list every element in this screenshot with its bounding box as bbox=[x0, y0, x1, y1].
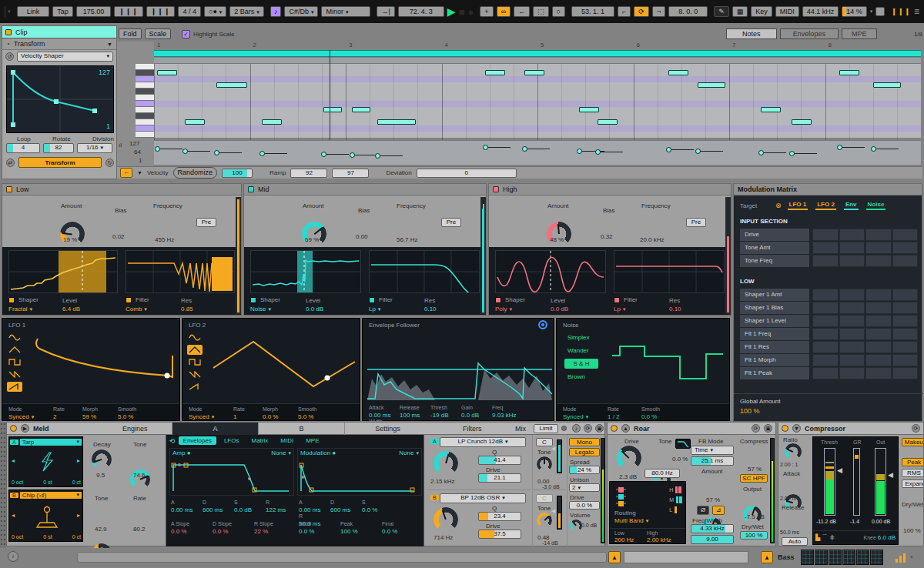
osc-b-semi[interactable]: 0 st bbox=[43, 534, 52, 540]
nudge-up-button[interactable]: ❙❙❙ bbox=[146, 6, 176, 18]
fb-width-field[interactable]: 9.00 bbox=[691, 535, 734, 544]
global-amount-value[interactable]: 100 % bbox=[740, 407, 760, 415]
param-value[interactable]: 122 ms bbox=[266, 506, 297, 513]
piano-key[interactable] bbox=[136, 101, 154, 107]
matrix-cell[interactable] bbox=[812, 229, 838, 241]
thresh-handle-icon[interactable]: ◀ bbox=[837, 466, 842, 474]
shaper-display[interactable] bbox=[8, 250, 118, 293]
matrix-cell[interactable] bbox=[839, 302, 865, 314]
saw-icon[interactable] bbox=[187, 382, 203, 392]
param-value[interactable]: 600 ms bbox=[330, 506, 362, 513]
piano-key[interactable] bbox=[136, 107, 154, 113]
matrix-cell[interactable] bbox=[839, 354, 865, 366]
res-value[interactable]: 0.85 bbox=[181, 306, 193, 312]
morph-value[interactable]: 59 % bbox=[82, 413, 96, 420]
device-chain-thumbnails[interactable] bbox=[801, 550, 883, 565]
amp-route-menu[interactable]: None bbox=[271, 449, 291, 456]
triangle-icon[interactable] bbox=[187, 345, 203, 355]
thresh-meter[interactable] bbox=[824, 448, 835, 516]
record-button[interactable]: ● bbox=[467, 7, 474, 17]
midi-note[interactable] bbox=[485, 70, 505, 75]
dry-wet-field[interactable]: 100 % bbox=[740, 531, 768, 540]
loop-brace[interactable] bbox=[154, 50, 921, 57]
rate-value[interactable]: 2 bbox=[53, 413, 56, 420]
osc-b-engine-menu[interactable]: Chip (♭♯) bbox=[20, 492, 82, 499]
nav-mpe[interactable]: MPE bbox=[301, 436, 323, 445]
ramp-down-icon[interactable] bbox=[187, 369, 203, 379]
scale-mode-toggle[interactable]: ♪ bbox=[270, 6, 282, 18]
osc-a-engine-menu[interactable]: Tarp bbox=[20, 439, 82, 446]
mapping-target-icon[interactable] bbox=[538, 320, 547, 329]
matrix-cell[interactable] bbox=[839, 229, 865, 241]
matrix-cell[interactable] bbox=[865, 354, 891, 366]
collapsed-view-icon[interactable]: ▙ bbox=[815, 534, 820, 541]
filter-a-drive-field[interactable]: 21.1 bbox=[478, 473, 521, 483]
quantize-menu[interactable]: 2 Bars bbox=[229, 6, 264, 18]
arrangement-position-field[interactable]: 72. 4. 3 bbox=[398, 6, 444, 18]
rms-button[interactable]: RMS bbox=[902, 469, 924, 477]
matrix-cell[interactable] bbox=[865, 367, 891, 379]
matrix-cell[interactable] bbox=[812, 315, 838, 327]
piano-key[interactable] bbox=[136, 64, 154, 70]
auto-release-button[interactable]: Auto bbox=[782, 537, 808, 546]
xover-low-value[interactable]: 200 Hz bbox=[614, 536, 634, 543]
peak-button[interactable]: Peak bbox=[902, 458, 924, 466]
clear-target-icon[interactable]: ⊗ bbox=[775, 202, 782, 209]
clip-header[interactable]: Clip bbox=[2, 26, 116, 38]
legato-button[interactable]: Legato bbox=[569, 448, 600, 456]
mix-a-tone-knob[interactable] bbox=[537, 456, 552, 472]
deviation-field[interactable]: 0 bbox=[417, 169, 517, 178]
matrix-cell[interactable] bbox=[865, 315, 891, 327]
next-engine-arrow[interactable]: ▸ bbox=[77, 457, 80, 464]
param-value[interactable]: 0.00 ms bbox=[299, 506, 330, 513]
tone-filter-type-button[interactable] bbox=[675, 439, 691, 449]
slider-handle-icon[interactable]: ◀ bbox=[551, 446, 555, 452]
velocity-shaper-display[interactable]: 127 1 bbox=[6, 65, 114, 133]
fb-freq-field[interactable]: 4.33 kHz bbox=[691, 524, 734, 533]
band-activator[interactable] bbox=[6, 186, 12, 192]
filter-type-menu[interactable]: Comb bbox=[126, 306, 147, 312]
mono-button[interactable]: Mono bbox=[569, 438, 600, 446]
filter-b-badge[interactable]: B bbox=[430, 495, 439, 500]
matrix-cell[interactable] bbox=[892, 255, 918, 267]
matrix-cell[interactable] bbox=[839, 255, 865, 267]
matrix-cell[interactable] bbox=[839, 242, 865, 254]
nav-envelopes[interactable]: Envelopes bbox=[179, 436, 216, 445]
midi-note[interactable] bbox=[524, 70, 544, 75]
filter-a-badge[interactable]: A bbox=[430, 439, 439, 444]
matrix-cell[interactable] bbox=[892, 315, 918, 327]
filter-toggle[interactable] bbox=[614, 297, 620, 303]
time-signature-field[interactable]: 4 / 4 bbox=[178, 6, 201, 18]
unison-menu[interactable]: 2 bbox=[569, 483, 600, 492]
param-value[interactable]: 100 % bbox=[340, 528, 382, 535]
mixer-view-icon[interactable]: ❙❙❙ bbox=[891, 8, 911, 15]
transform-tool-menu[interactable]: Velocity Shaper bbox=[17, 52, 113, 62]
midi-note[interactable] bbox=[839, 70, 859, 75]
mode-menu[interactable]: Synced bbox=[8, 413, 34, 420]
sine-icon[interactable] bbox=[187, 332, 203, 342]
tab-notes[interactable]: Notes bbox=[726, 28, 777, 40]
nav-midi[interactable]: MIDI bbox=[276, 436, 298, 445]
matrix-cell[interactable] bbox=[865, 341, 891, 353]
xover-high-value[interactable]: 2.00 kHz bbox=[647, 536, 671, 543]
overdub-button[interactable]: ∞ bbox=[497, 6, 511, 18]
noise-mode-simplex[interactable]: Simplex bbox=[564, 332, 598, 342]
noise-mode-brown[interactable]: Brown bbox=[564, 372, 598, 382]
tempo-field[interactable]: 175.00 bbox=[76, 6, 112, 18]
square-icon[interactable] bbox=[187, 357, 203, 367]
tab-mpe[interactable]: MPE bbox=[842, 28, 877, 40]
matrix-source-lfo1[interactable]: LFO 1 bbox=[788, 201, 808, 210]
rate-value[interactable]: 1 bbox=[233, 413, 236, 420]
matrix-cell[interactable] bbox=[812, 341, 838, 353]
rotate-field[interactable]: 82 bbox=[43, 143, 74, 153]
nudge-down-button[interactable]: ❙❙❙ bbox=[114, 6, 143, 18]
pre-button[interactable]: Pre bbox=[686, 218, 706, 227]
slider-handle-icon[interactable]: ◀ bbox=[551, 508, 555, 514]
noise-mode-sh[interactable]: S & H bbox=[564, 359, 598, 369]
midi-note[interactable] bbox=[579, 107, 599, 112]
midi-note[interactable] bbox=[262, 119, 282, 125]
lane-menu-arrow[interactable]: ▼ bbox=[137, 170, 142, 175]
amp-envelope[interactable]: Amp ● None bbox=[169, 448, 294, 496]
param-value[interactable]: -19 dB bbox=[430, 412, 461, 419]
sine-icon[interactable] bbox=[7, 332, 22, 342]
